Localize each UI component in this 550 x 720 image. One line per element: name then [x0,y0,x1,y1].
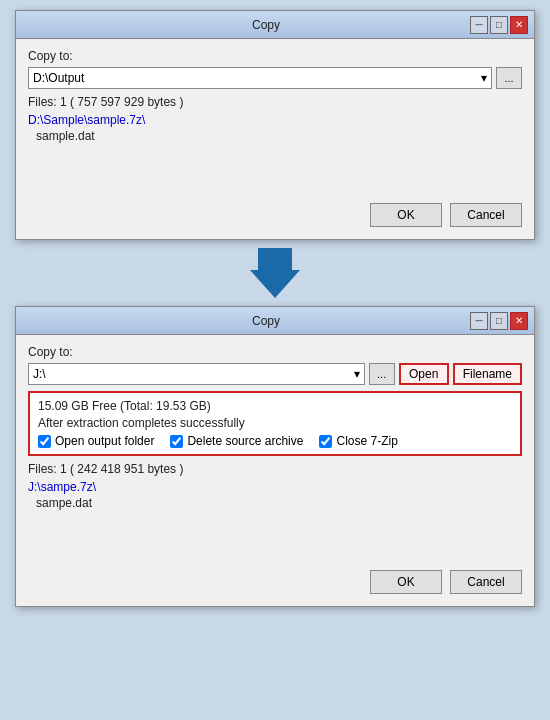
open-button[interactable]: Open [399,363,449,385]
browse-button-1[interactable]: ... [496,67,522,89]
button-row-2: OK Cancel [28,570,522,594]
button-row-1: OK Cancel [28,203,522,227]
dialog1-title: Copy [62,18,470,32]
content-area-2: J:\sampe.7z\ sampe.dat [28,480,522,560]
cancel-button-1[interactable]: Cancel [450,203,522,227]
dropdown-icon-1[interactable]: ▾ [481,71,487,85]
file-name-1: sample.dat [36,129,522,143]
close-7zip-checkbox[interactable] [319,435,332,448]
files-info-2: Files: 1 ( 242 418 951 bytes ) [28,462,522,476]
path-value-1: D:\Output [33,71,84,85]
dialog2-body: Copy to: J:\ ▾ ... Open Filename 15.09 G… [16,335,534,606]
checkbox-item-2: Delete source archive [170,434,303,448]
dialog2-title: Copy [62,314,470,328]
dialog1-body: Copy to: D:\Output ▾ ... Files: 1 ( 757 … [16,39,534,239]
path-row-2: J:\ ▾ ... Open Filename [28,363,522,385]
file-name-2: sampe.dat [36,496,522,510]
title-bar-controls-2: ─ □ ✕ [470,312,528,330]
browse-button-2[interactable]: ... [369,363,395,385]
file-path-1: D:\Sample\sample.7z\ [28,113,522,127]
path-value-2: J:\ [33,367,46,381]
arrow-shaft [258,248,292,270]
checkbox-item-1: Open output folder [38,434,154,448]
check3-label: Close 7-Zip [336,434,397,448]
delete-archive-checkbox[interactable] [170,435,183,448]
dialog1: Copy ─ □ ✕ Copy to: D:\Output ▾ ... File… [15,10,535,240]
copy-to-label-2: Copy to: [28,345,522,359]
cancel-button-2[interactable]: Cancel [450,570,522,594]
title-bar-2: Copy ─ □ ✕ [16,307,534,335]
check1-label: Open output folder [55,434,154,448]
info-box: 15.09 GB Free (Total: 19.53 GB) After ex… [28,391,522,456]
maximize-button-2[interactable]: □ [490,312,508,330]
dropdown-icon-2[interactable]: ▾ [354,367,360,381]
ok-button-2[interactable]: OK [370,570,442,594]
after-label: After extraction completes successfully [38,416,512,430]
title-bar-controls-1: ─ □ ✕ [470,16,528,34]
path-input-1[interactable]: D:\Output ▾ [28,67,492,89]
checkbox-row: Open output folder Delete source archive… [38,434,512,448]
maximize-button-1[interactable]: □ [490,16,508,34]
path-input-2[interactable]: J:\ ▾ [28,363,365,385]
title-bar-1: Copy ─ □ ✕ [16,11,534,39]
path-row-1: D:\Output ▾ ... [28,67,522,89]
check2-label: Delete source archive [187,434,303,448]
open-folder-checkbox[interactable] [38,435,51,448]
close-button-1[interactable]: ✕ [510,16,528,34]
minimize-button-1[interactable]: ─ [470,16,488,34]
ok-button-1[interactable]: OK [370,203,442,227]
arrow-shape [250,248,300,298]
copy-to-label-1: Copy to: [28,49,522,63]
files-info-1: Files: 1 ( 757 597 929 bytes ) [28,95,522,109]
minimize-button-2[interactable]: ─ [470,312,488,330]
arrow-head [250,270,300,298]
filename-button[interactable]: Filename [453,363,522,385]
close-button-2[interactable]: ✕ [510,312,528,330]
dialog2: Copy ─ □ ✕ Copy to: J:\ ▾ ... Open Filen… [15,306,535,607]
checkbox-item-3: Close 7-Zip [319,434,397,448]
content-area-1: D:\Sample\sample.7z\ sample.dat [28,113,522,193]
file-path-2: J:\sampe.7z\ [28,480,522,494]
free-space-info: 15.09 GB Free (Total: 19.53 GB) [38,399,512,413]
arrow-container [250,240,300,306]
